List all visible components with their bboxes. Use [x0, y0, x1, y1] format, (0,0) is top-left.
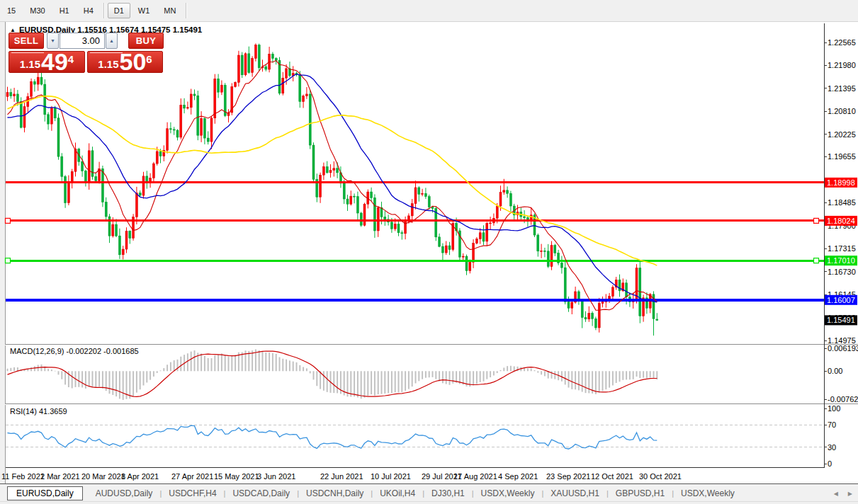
macd-histogram-bar — [527, 368, 529, 371]
candle-body — [486, 223, 488, 241]
candle-body — [108, 217, 111, 236]
candle-body — [214, 79, 216, 118]
candle-body — [67, 183, 69, 203]
candle-body — [377, 207, 379, 231]
candle-body — [74, 149, 77, 172]
timeframe-H4[interactable]: H4 — [77, 3, 100, 18]
macd-histogram-bar — [432, 371, 434, 377]
macd-histogram-bar — [442, 371, 444, 383]
date-tick-label: 22 Jun 2021 — [320, 472, 363, 481]
candle-body — [594, 319, 597, 328]
candle-body — [414, 188, 417, 204]
chart-tab-USDCNH-Daily[interactable]: USDCNH,Daily — [299, 488, 371, 498]
candle-body — [326, 167, 328, 173]
candle-body — [350, 196, 352, 204]
macd-histogram-bar — [136, 371, 137, 392]
macd-histogram-bar — [272, 353, 273, 371]
date-tick-label: 15 May 2021 — [214, 472, 259, 481]
candle-body — [129, 231, 131, 239]
tab-scroll-left-icon[interactable]: ◀ — [834, 491, 838, 497]
macd-histogram-bar — [473, 371, 474, 385]
line-handle[interactable] — [6, 218, 11, 223]
date-tick-label: 4 Sep 2021 — [498, 472, 538, 481]
candle-body — [220, 85, 222, 92]
line-handle[interactable] — [814, 258, 819, 263]
toolbar-separator — [103, 3, 104, 18]
buy-price-display[interactable]: 1.15506 — [87, 51, 163, 73]
candle-body — [258, 45, 260, 68]
price-badge-label: 1.15491 — [827, 316, 855, 324]
candle-body — [115, 224, 118, 236]
candle-body — [88, 151, 90, 183]
chart-tab-AUDUSD-Daily[interactable]: AUDUSD,Daily — [89, 488, 160, 498]
buy-price-pip-digit: 6 — [146, 53, 152, 65]
macd-histogram-bar — [653, 371, 655, 379]
candle-body — [462, 256, 464, 257]
macd-histogram-bar — [123, 371, 124, 400]
chart-tab-UKOil-H4[interactable]: UKOil,H4 — [373, 488, 422, 498]
macd-histogram-bar — [30, 367, 32, 372]
candle-body — [71, 171, 73, 183]
timeframe-M30[interactable]: M30 — [23, 3, 51, 18]
macd-histogram-bar — [514, 366, 515, 371]
macd-histogram-bar — [98, 371, 100, 386]
sell-price-display[interactable]: 1.15494 — [9, 51, 85, 73]
sell-button[interactable]: SELL — [9, 33, 44, 49]
price-chart-canvas[interactable]: 1.225651.219801.213951.208101.202251.196… — [0, 0, 858, 504]
macd-histogram-bar — [51, 370, 52, 371]
line-handle[interactable] — [814, 218, 819, 223]
timeframe-H1[interactable]: H1 — [53, 3, 76, 18]
macd-histogram-bar — [231, 355, 232, 371]
candle-body — [84, 171, 86, 183]
chart-tab-GBPUSD-H1[interactable]: GBPUSD,H1 — [609, 488, 672, 498]
macd-histogram-bar — [276, 354, 277, 371]
macd-histogram-bar — [548, 371, 549, 378]
volume-input[interactable] — [60, 33, 105, 49]
candle-body — [169, 129, 171, 130]
macd-histogram-bar — [609, 371, 610, 387]
chart-tab-USDCHF-H4[interactable]: USDCHF,H4 — [162, 488, 223, 498]
macd-histogram-bar — [221, 353, 222, 371]
timeframe-W1[interactable]: W1 — [132, 3, 157, 18]
macd-histogram-bar — [650, 371, 651, 377]
candle-body — [418, 188, 420, 194]
date-tick-label: 8 Apr 2021 — [121, 472, 159, 481]
macd-histogram-bar — [588, 371, 589, 393]
candle-body — [543, 251, 546, 251]
buy-button[interactable]: BUY — [128, 33, 164, 49]
candle-body — [329, 171, 332, 173]
volume-decrease-button[interactable]: ▼ — [47, 33, 59, 49]
chart-tab-DJ30-H1[interactable]: DJ30,H1 — [424, 488, 472, 498]
chart-client-area[interactable] — [5, 22, 858, 484]
timeframe-MN[interactable]: MN — [157, 3, 182, 18]
macd-histogram-bar — [109, 371, 111, 394]
chart-tab-USDX-Weekly[interactable]: USDX,Weekly — [674, 488, 742, 498]
candle-body — [112, 224, 114, 236]
timeframe-15[interactable]: 15 — [1, 3, 22, 18]
candle-body — [619, 280, 621, 291]
macd-histogram-bar — [153, 371, 154, 377]
volume-increase-button[interactable]: ▲ — [106, 33, 118, 49]
macd-histogram-bar — [483, 371, 485, 381]
candle-body — [190, 94, 192, 108]
macd-histogram-bar — [143, 371, 145, 385]
sell-price-big-digits: 49 — [41, 52, 68, 72]
tab-scroll-right-icon[interactable]: ▶ — [848, 491, 852, 497]
chart-tab-USDCAD-Daily[interactable]: USDCAD,Daily — [225, 488, 297, 498]
macd-histogram-bar — [303, 367, 304, 371]
chart-tab-XAUUSD-H1[interactable]: XAUUSD,H1 — [543, 488, 606, 498]
line-handle[interactable] — [6, 258, 11, 263]
macd-histogram-bar — [201, 353, 202, 371]
timeframe-D1[interactable]: D1 — [108, 3, 130, 18]
sell-price-pip-digit: 4 — [68, 53, 74, 65]
chart-tab-USDX-Weekly[interactable]: USDX,Weekly — [474, 488, 542, 498]
candle-body — [122, 249, 124, 255]
macd-histogram-bar — [10, 368, 11, 371]
macd-histogram-bar — [367, 371, 368, 396]
candle-body — [490, 223, 492, 224]
chart-tab-EURUSD-Daily[interactable]: EURUSD,Daily — [7, 486, 83, 500]
date-tick-label: 27 Apr 2021 — [171, 472, 213, 481]
macd-histogram-bar — [72, 371, 73, 388]
candle-body — [465, 256, 468, 271]
macd-histogram-bar — [497, 371, 498, 373]
